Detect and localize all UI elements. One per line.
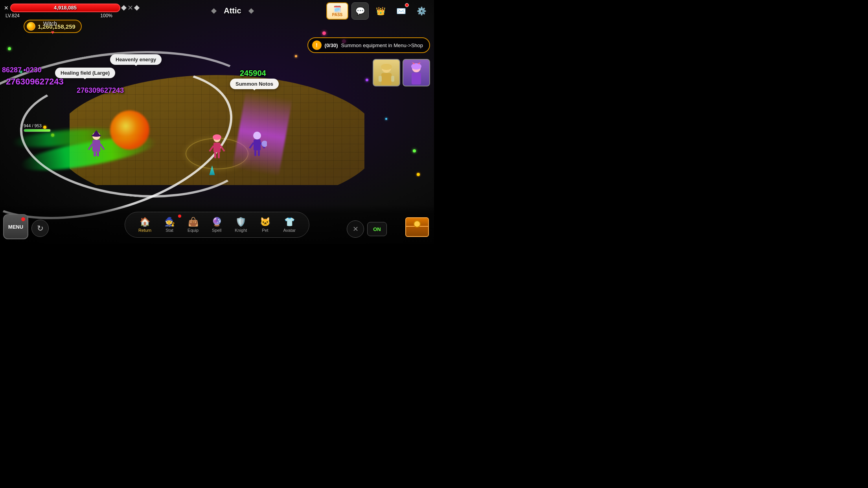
settings-button[interactable]: ⚙️ bbox=[413, 2, 430, 20]
title-diamond-right bbox=[248, 8, 254, 13]
svg-rect-12 bbox=[214, 152, 216, 158]
stat-notification-dot bbox=[178, 215, 181, 218]
hp-cross: ✕ bbox=[127, 4, 133, 12]
nav-knight[interactable]: 🛡️ Knight bbox=[229, 215, 252, 234]
char-hp-fill bbox=[24, 129, 50, 132]
nav-stat-label: Stat bbox=[166, 228, 173, 233]
crown-icon: 👑 bbox=[376, 6, 386, 16]
damage-number-right: •0230 bbox=[24, 66, 42, 74]
hp-diamond-left bbox=[121, 5, 127, 10]
refresh-button[interactable]: ↻ bbox=[31, 220, 49, 237]
nav-spell-label: Spell bbox=[212, 228, 221, 233]
title-area: Attic bbox=[142, 6, 323, 15]
home-icon: 🏠 bbox=[140, 217, 150, 227]
svg-rect-19 bbox=[254, 150, 256, 156]
auto-cross-button[interactable]: ✕ bbox=[347, 220, 364, 238]
hp-bar-container: ✕ 4,918,085 ✕ bbox=[4, 4, 139, 12]
hp-diamond-right bbox=[134, 5, 140, 10]
ranking-button[interactable]: 👑 bbox=[372, 2, 389, 20]
chest-icon bbox=[405, 217, 429, 237]
auto-on-label: ON bbox=[373, 226, 381, 232]
top-right-icons: 🗓️ PASS 💬 👑 ✉️ ⚙️ bbox=[326, 2, 430, 20]
title-diamond-left bbox=[211, 8, 217, 13]
hp-area: ✕ 4,918,085 ✕ LV.824 100% bbox=[4, 4, 139, 18]
auto-on-button[interactable]: ON bbox=[367, 222, 387, 236]
hp-value: 4,918,085 bbox=[11, 4, 120, 11]
svg-point-14 bbox=[213, 134, 221, 140]
nav-arc: 🏠 Return 🧙 Stat 👜 Equip 🔮 Spell bbox=[125, 212, 309, 238]
gold-coin-icon bbox=[27, 22, 35, 31]
chat-icon: 💬 bbox=[355, 6, 365, 16]
bottom-bar: MENU ↻ 🏠 Return 🧙 Stat 👜 Equip bbox=[0, 205, 434, 244]
svg-point-7 bbox=[92, 134, 101, 137]
top-hud: ✕ 4,918,085 ✕ LV.824 100% Attic bbox=[0, 0, 434, 22]
chat-button[interactable]: 💬 bbox=[351, 2, 369, 20]
nav-avatar[interactable]: 👕 Avatar bbox=[278, 215, 301, 234]
mail-notification-dot bbox=[405, 3, 409, 7]
svg-rect-5 bbox=[97, 152, 99, 156]
svg-rect-23 bbox=[381, 73, 392, 85]
svg-line-17 bbox=[250, 143, 254, 148]
quest-banner[interactable]: ! (0/30) Summon equipment in Menu->Shop bbox=[307, 37, 430, 53]
svg-rect-28 bbox=[412, 73, 421, 84]
cross-icon: ✕ bbox=[353, 225, 359, 233]
nav-return-label: Return bbox=[138, 228, 151, 233]
character-main bbox=[207, 134, 227, 161]
character-hp-display: 944 / 953 bbox=[24, 123, 51, 132]
quest-text: Summon equipment in Menu->Shop bbox=[341, 42, 423, 48]
nav-stat[interactable]: 🧙 Stat bbox=[158, 215, 180, 234]
nav-avatar-label: Avatar bbox=[283, 228, 296, 233]
menu-label: MENU bbox=[8, 224, 23, 230]
helper-avatar-2[interactable] bbox=[403, 59, 430, 86]
svg-rect-16 bbox=[254, 139, 261, 150]
svg-rect-26 bbox=[391, 76, 394, 82]
chest-button[interactable] bbox=[403, 213, 431, 241]
svg-line-11 bbox=[221, 146, 224, 151]
nav-equip-label: Equip bbox=[188, 228, 199, 233]
nav-pet[interactable]: 🐱 Pet bbox=[254, 215, 276, 234]
nav-knight-label: Knight bbox=[235, 228, 247, 233]
damage-number-left: 86287 bbox=[2, 66, 22, 74]
player-level: LV.824 bbox=[6, 13, 20, 18]
nav-spell[interactable]: 🔮 Spell bbox=[206, 215, 228, 234]
warning-icon: ! bbox=[316, 42, 318, 48]
svg-point-15 bbox=[253, 132, 261, 139]
svg-point-24 bbox=[381, 64, 392, 70]
svg-rect-25 bbox=[379, 76, 382, 82]
svg-rect-9 bbox=[213, 143, 221, 152]
pass-icon: 🗓️ bbox=[333, 5, 341, 13]
explosion-orb bbox=[110, 110, 149, 150]
main-hp-bar: 4,918,085 bbox=[10, 4, 120, 12]
close-x-button[interactable]: ✕ bbox=[4, 5, 9, 11]
character-name: Witch bbox=[43, 20, 57, 27]
damage-split: 86287 •0230 bbox=[2, 66, 42, 74]
pass-button[interactable]: 🗓️ PASS bbox=[326, 2, 348, 20]
nav-return[interactable]: 🏠 Return bbox=[133, 215, 157, 234]
svg-rect-20 bbox=[258, 150, 260, 156]
mail-icon: ✉️ bbox=[396, 6, 406, 16]
pass-label: PASS bbox=[332, 13, 343, 17]
spell-icon: 🔮 bbox=[211, 217, 222, 227]
quest-warning-icon: ! bbox=[312, 40, 322, 50]
helper-avatar-1[interactable] bbox=[373, 59, 400, 86]
avatar-icon: 👕 bbox=[284, 217, 295, 227]
knight-icon: 🛡️ bbox=[235, 217, 246, 227]
char-hp-text: 944 / 953 bbox=[24, 123, 42, 128]
gold-heart-icon: ♥ bbox=[51, 29, 54, 35]
tooltip-summon-notos: Summon Notos bbox=[230, 79, 279, 89]
char-hp-bar bbox=[24, 129, 51, 132]
hp-percent: 100% bbox=[100, 13, 112, 18]
svg-rect-1 bbox=[92, 140, 100, 152]
stat-icon: 🧙 bbox=[164, 217, 175, 227]
tooltip-heavenly-energy: Heavenly energy bbox=[110, 54, 162, 65]
menu-button[interactable]: MENU bbox=[3, 214, 28, 239]
nav-equip[interactable]: 👜 Equip bbox=[182, 215, 204, 234]
refresh-icon: ↻ bbox=[37, 224, 44, 233]
svg-point-29 bbox=[411, 63, 421, 70]
menu-notification-dot bbox=[21, 217, 25, 221]
svg-line-2 bbox=[88, 144, 92, 150]
svg-rect-4 bbox=[94, 152, 96, 156]
pet-icon: 🐱 bbox=[260, 217, 270, 227]
nav-pet-label: Pet bbox=[262, 228, 268, 233]
mail-button[interactable]: ✉️ bbox=[392, 2, 410, 20]
